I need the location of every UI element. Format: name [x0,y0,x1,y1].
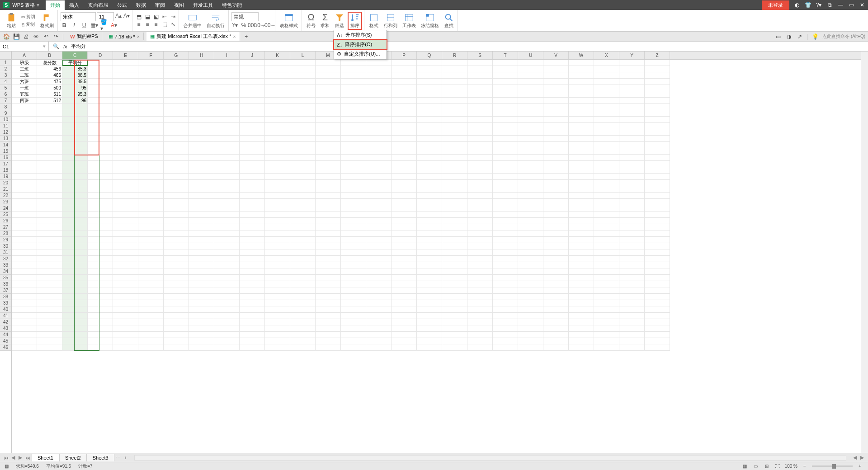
cell[interactable] [12,243,37,249]
cell[interactable] [341,237,366,243]
cell[interactable] [189,344,214,351]
cell[interactable] [240,91,265,98]
row-header[interactable]: 20 [0,180,11,186]
cell[interactable] [569,306,594,313]
cell[interactable] [316,136,341,142]
cell[interactable] [164,60,189,66]
cell[interactable] [290,243,316,249]
cell[interactable] [392,117,417,123]
cell[interactable] [113,180,138,186]
merge-icon2[interactable]: ⬚ [161,21,168,28]
cell[interactable] [341,332,366,338]
cell[interactable] [164,180,189,186]
cell[interactable] [113,117,138,123]
cell[interactable] [417,66,442,72]
row-header[interactable]: 9 [0,110,11,117]
cell[interactable] [88,129,113,136]
cell[interactable] [62,205,88,212]
cell[interactable] [619,243,645,249]
row-header[interactable]: 26 [0,218,11,224]
cell[interactable] [113,256,138,262]
cell[interactable] [265,110,290,117]
cell[interactable] [62,338,88,344]
cell[interactable] [518,72,543,79]
cell[interactable] [290,104,316,110]
sheet-tab[interactable]: Sheet2 [59,454,87,461]
cell[interactable] [138,167,164,174]
row-header[interactable]: 46 [0,344,11,351]
cell[interactable] [645,319,670,325]
cell[interactable] [417,325,442,332]
cell[interactable] [62,268,88,275]
cell[interactable] [467,287,493,294]
cell[interactable] [189,300,214,306]
cell[interactable] [189,148,214,155]
cell[interactable] [316,212,341,218]
cell[interactable] [619,230,645,237]
cell[interactable] [88,199,113,205]
cell[interactable] [265,275,290,281]
cell[interactable] [543,218,569,224]
cell[interactable] [265,79,290,85]
cell[interactable] [392,193,417,199]
cell[interactable] [265,224,290,230]
cell[interactable] [189,199,214,205]
hscroll-left[interactable]: ◀ [852,455,858,461]
cell[interactable] [518,319,543,325]
cell[interactable] [88,66,113,72]
cell[interactable] [265,344,290,351]
cell[interactable] [214,129,240,136]
cell[interactable] [493,344,518,351]
cell[interactable] [493,338,518,344]
cell[interactable] [113,174,138,180]
cell[interactable] [467,205,493,212]
cell[interactable] [62,142,88,148]
cell[interactable] [619,306,645,313]
cell[interactable] [113,230,138,237]
cell[interactable] [366,199,392,205]
cell[interactable] [543,224,569,230]
cell[interactable] [62,313,88,319]
cell[interactable] [290,79,316,85]
cell[interactable] [392,66,417,72]
copy-button[interactable]: ⎘复制 [19,21,37,28]
cell[interactable] [290,306,316,313]
cell[interactable] [392,313,417,319]
cell[interactable] [138,218,164,224]
cell[interactable] [543,268,569,275]
cell[interactable] [164,79,189,85]
cell[interactable] [417,104,442,110]
cell[interactable] [189,332,214,338]
cell[interactable] [543,91,569,98]
cell[interactable] [290,268,316,275]
cell[interactable] [467,60,493,66]
cell[interactable] [113,142,138,148]
cell[interactable] [12,155,37,161]
cell[interactable] [645,98,670,104]
cell[interactable] [290,338,316,344]
cell[interactable] [240,275,265,281]
cell[interactable] [62,306,88,313]
cell[interactable] [594,72,619,79]
cell[interactable] [265,98,290,104]
cell[interactable] [493,256,518,262]
cell[interactable] [12,338,37,344]
sum-button[interactable]: Σ求和 [319,11,331,30]
cell[interactable] [88,193,113,199]
cell[interactable] [290,142,316,148]
cell[interactable] [619,262,645,268]
cell[interactable] [214,281,240,287]
cell[interactable] [88,332,113,338]
row-header[interactable]: 10 [0,117,11,123]
cell[interactable] [290,110,316,117]
cell[interactable] [189,287,214,294]
cell[interactable] [164,136,189,142]
cell[interactable] [88,268,113,275]
cell[interactable] [442,60,467,66]
cell[interactable] [290,281,316,287]
cell[interactable] [37,325,62,332]
cell[interactable] [543,174,569,180]
cell[interactable] [594,243,619,249]
cell[interactable] [316,110,341,117]
cell[interactable] [594,186,619,193]
